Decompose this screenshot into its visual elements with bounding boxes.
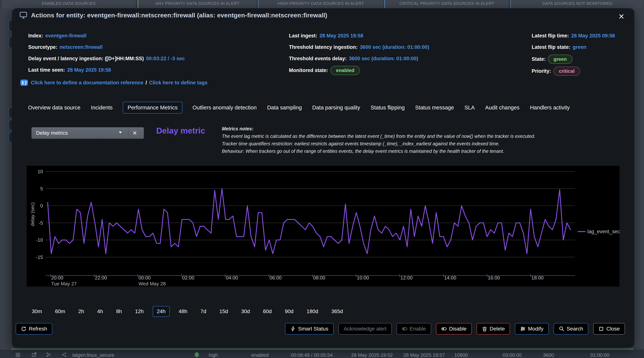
close-icon[interactable]: × bbox=[615, 10, 628, 23]
x-tick-label: 04:00 bbox=[226, 275, 238, 280]
toggle-icon bbox=[402, 326, 408, 332]
background-button-fragment bbox=[8, 120, 12, 130]
button-label: Modify bbox=[528, 326, 543, 332]
table-cell-delay-threshold: 10800 bbox=[454, 352, 468, 358]
time-range-bar: 30m60m2h4h8h12h24h48h7d15d30d60d90d180d3… bbox=[28, 306, 347, 317]
close-button[interactable]: Close bbox=[593, 323, 625, 335]
range-90d[interactable]: 90d bbox=[281, 306, 298, 317]
button-label: Delete bbox=[490, 326, 505, 332]
smart-status-button[interactable]: Smart Status bbox=[285, 323, 334, 335]
range-30m[interactable]: 30m bbox=[28, 306, 46, 317]
define-documentation-link[interactable]: Click here to define a documentation ref… bbox=[31, 80, 143, 86]
background-panel-title: ENABLED DATA SOURCES bbox=[42, 1, 96, 6]
priority-row: Priority: critical bbox=[532, 67, 580, 76]
metric-dropdown[interactable]: Delay metrics × bbox=[32, 127, 144, 139]
background-panel-title: HIGH PRIORITY DATA SOURCES IN ALERT bbox=[278, 1, 364, 6]
modal-title: Actions for entity: eventgen-firewall:ne… bbox=[31, 12, 327, 19]
delete-button[interactable]: Delete bbox=[476, 323, 510, 335]
metrics-notes-title: Metrics notes: bbox=[222, 125, 535, 132]
share-icon bbox=[61, 352, 67, 358]
modify-button[interactable]: Modify bbox=[515, 323, 548, 335]
y-tick-label: -10 bbox=[36, 237, 43, 243]
tab-incidents[interactable]: Incidents bbox=[90, 102, 113, 114]
background-left-strip bbox=[0, 8, 12, 347]
background-panel-high-priority-data-sources-in-alert: HIGH PRIORITY DATA SOURCES IN ALERT bbox=[258, 0, 383, 9]
background-panel-title: CRITICAL PRIORITY DATA SOURCES IN ALERT bbox=[399, 1, 494, 6]
x-tick-label: 02:00 bbox=[182, 275, 194, 280]
x-tick-label: 00:00 bbox=[138, 275, 151, 280]
metrics-notes-line: Behaviour: When trackers go out of the r… bbox=[222, 147, 535, 155]
x-tick-label: 22:00 bbox=[95, 275, 107, 280]
last-ingest-value: 28 May 2025 19:58 bbox=[320, 33, 363, 39]
refresh-icon bbox=[21, 326, 26, 332]
tab-data-parsing-quality[interactable]: Data parsing quality bbox=[312, 102, 360, 114]
range-2h[interactable]: 2h bbox=[74, 306, 88, 317]
screen: ENABLED DATA SOURCESANY PRIORITY DATA SO… bbox=[0, 0, 644, 358]
range-24h[interactable]: 24h bbox=[153, 306, 170, 317]
tab-performance-metrics[interactable]: Performance Metrics bbox=[123, 102, 182, 114]
x-tick-label: 14:00 bbox=[444, 275, 456, 280]
range-7d[interactable]: 7d bbox=[196, 306, 210, 317]
state-label: State: bbox=[532, 56, 546, 62]
range-365d[interactable]: 365d bbox=[327, 306, 347, 317]
x-tick-label: 18:00 bbox=[532, 275, 544, 280]
refresh-button[interactable]: Refresh bbox=[16, 323, 52, 335]
tab-overview-data-source[interactable]: Overview data source bbox=[28, 102, 81, 114]
entity-actions-modal: Actions for entity: eventgen-firewall:ne… bbox=[12, 8, 634, 347]
tab-status-flipping[interactable]: Status flipping bbox=[370, 102, 405, 114]
y-axis-label: delay (sec) bbox=[30, 202, 35, 226]
range-60m[interactable]: 60m bbox=[51, 306, 69, 317]
tab-data-sampling[interactable]: Data sampling bbox=[267, 102, 302, 114]
chart-panel: 1050-5-10-1520:00Tue May 2722:0000:00Wed… bbox=[27, 166, 620, 286]
range-180d[interactable]: 180d bbox=[302, 306, 322, 317]
sourcetype-value[interactable]: netscreen:firewall bbox=[60, 44, 102, 50]
index-value[interactable]: eventgen-firewall bbox=[46, 33, 87, 39]
state-row: State: green bbox=[532, 55, 572, 64]
range-4h[interactable]: 4h bbox=[93, 306, 107, 317]
clear-selection-icon[interactable]: × bbox=[128, 127, 141, 139]
define-tags-link[interactable]: Click here to define tags bbox=[149, 80, 208, 86]
disable-button[interactable]: Disable bbox=[436, 323, 472, 335]
table-cell-last-ingest: 28 May 2025 19:57 bbox=[403, 352, 445, 358]
range-15d[interactable]: 15d bbox=[215, 306, 232, 317]
flip-state-label: Latest flip state: bbox=[532, 44, 570, 50]
tab-audit-changes[interactable]: Audit changes bbox=[485, 102, 520, 114]
threshold-latency-row: Threshold latency ingestion: 3600 sec (d… bbox=[289, 44, 429, 50]
delay-value: 00:03:22 / -3 sec bbox=[146, 56, 185, 62]
range-8h[interactable]: 8h bbox=[112, 306, 126, 317]
flip-time-row: Latest flip time: 26 May 2025 09:58 bbox=[532, 33, 615, 39]
y-tick-label: -5 bbox=[39, 220, 43, 226]
background-button-fragment bbox=[8, 107, 12, 118]
modal-header: Actions for entity: eventgen-firewall:ne… bbox=[19, 11, 327, 19]
monitored-state-row: Monitored state: enabled bbox=[289, 66, 360, 75]
range-12h[interactable]: 12h bbox=[131, 306, 148, 317]
scissors-icon bbox=[46, 352, 52, 358]
background-panel-enabled-data-sources: ENABLED DATA SOURCES bbox=[2, 0, 136, 9]
priority-badge: critical bbox=[553, 67, 580, 76]
metric-title: Delay metric bbox=[156, 126, 205, 135]
range-48h[interactable]: 48h bbox=[174, 306, 192, 317]
x-tick-label: 16:00 bbox=[488, 275, 500, 280]
trash-icon bbox=[482, 326, 488, 332]
tab-sla[interactable]: SLA bbox=[464, 102, 475, 114]
chevron-down-icon bbox=[118, 131, 124, 135]
external-link-icon bbox=[32, 352, 37, 358]
flip-time-label: Latest flip time: bbox=[532, 33, 569, 39]
table-cell-state: enabled bbox=[251, 352, 269, 358]
sourcetype-label: Sourcetype: bbox=[28, 44, 57, 50]
background-table-strip: latgen:linux_securehighenabled00:08:49 /… bbox=[0, 347, 644, 358]
search-button[interactable]: Search bbox=[554, 323, 588, 335]
delay-row: Delay event / latency ingestion: ([D+]HH… bbox=[28, 56, 185, 62]
square-icon bbox=[598, 326, 604, 332]
range-30d[interactable]: 30d bbox=[237, 306, 254, 317]
tab-status-message[interactable]: Status message bbox=[415, 102, 454, 114]
tab-handlers-activity[interactable]: Handlers activity bbox=[530, 102, 570, 114]
tab-outliers-anomaly-detection[interactable]: Outliers anomaly detection bbox=[192, 102, 257, 114]
metrics-notes-line: The event lag metric is calculated as th… bbox=[222, 132, 535, 140]
background-panel-title: ANY PRIORITY DATA SOURCES IN ALERT bbox=[155, 1, 240, 6]
table-cell-lag: 00:08:49 / 00:05:54 bbox=[291, 352, 333, 358]
range-60d[interactable]: 60d bbox=[259, 306, 276, 317]
series-lag-event-sec bbox=[48, 189, 570, 254]
button-label: Disable bbox=[449, 326, 466, 332]
index-label: Index: bbox=[28, 33, 43, 39]
